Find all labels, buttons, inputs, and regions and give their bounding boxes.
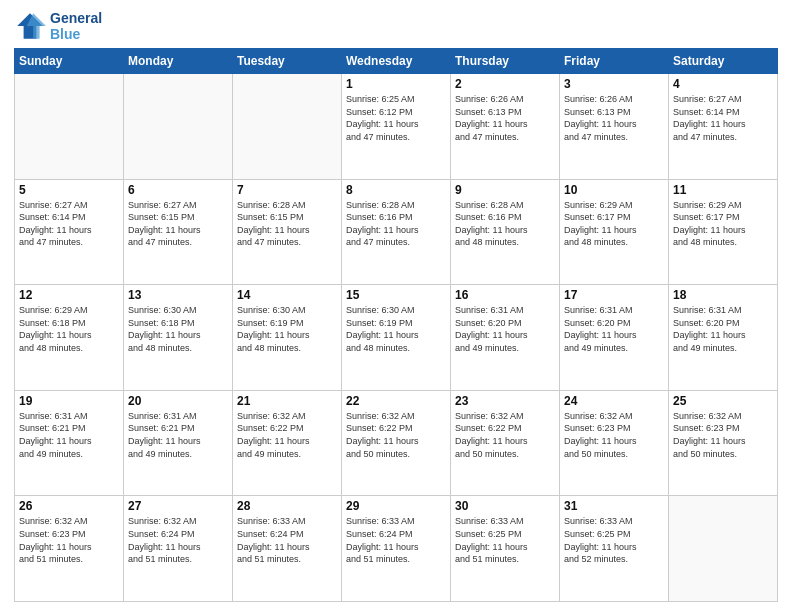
cell-info: Sunrise: 6:33 AM Sunset: 6:24 PM Dayligh… bbox=[346, 515, 446, 565]
cell-info: Sunrise: 6:33 AM Sunset: 6:25 PM Dayligh… bbox=[455, 515, 555, 565]
calendar-cell bbox=[669, 496, 778, 602]
col-wednesday: Wednesday bbox=[342, 49, 451, 74]
cell-info: Sunrise: 6:33 AM Sunset: 6:24 PM Dayligh… bbox=[237, 515, 337, 565]
calendar-cell: 10Sunrise: 6:29 AM Sunset: 6:17 PM Dayli… bbox=[560, 179, 669, 285]
cell-info: Sunrise: 6:29 AM Sunset: 6:17 PM Dayligh… bbox=[673, 199, 773, 249]
cell-info: Sunrise: 6:26 AM Sunset: 6:13 PM Dayligh… bbox=[455, 93, 555, 143]
calendar-cell bbox=[233, 74, 342, 180]
calendar-cell bbox=[124, 74, 233, 180]
day-number: 2 bbox=[455, 77, 555, 91]
cell-info: Sunrise: 6:27 AM Sunset: 6:14 PM Dayligh… bbox=[673, 93, 773, 143]
cell-info: Sunrise: 6:32 AM Sunset: 6:22 PM Dayligh… bbox=[455, 410, 555, 460]
cell-info: Sunrise: 6:32 AM Sunset: 6:23 PM Dayligh… bbox=[673, 410, 773, 460]
calendar-cell: 25Sunrise: 6:32 AM Sunset: 6:23 PM Dayli… bbox=[669, 390, 778, 496]
calendar-cell: 23Sunrise: 6:32 AM Sunset: 6:22 PM Dayli… bbox=[451, 390, 560, 496]
cell-info: Sunrise: 6:31 AM Sunset: 6:21 PM Dayligh… bbox=[128, 410, 228, 460]
cell-info: Sunrise: 6:28 AM Sunset: 6:16 PM Dayligh… bbox=[455, 199, 555, 249]
day-number: 15 bbox=[346, 288, 446, 302]
calendar-week-row: 26Sunrise: 6:32 AM Sunset: 6:23 PM Dayli… bbox=[15, 496, 778, 602]
day-number: 26 bbox=[19, 499, 119, 513]
day-number: 22 bbox=[346, 394, 446, 408]
logo-icon bbox=[14, 10, 46, 42]
calendar-cell: 28Sunrise: 6:33 AM Sunset: 6:24 PM Dayli… bbox=[233, 496, 342, 602]
calendar-cell: 11Sunrise: 6:29 AM Sunset: 6:17 PM Dayli… bbox=[669, 179, 778, 285]
calendar-cell: 17Sunrise: 6:31 AM Sunset: 6:20 PM Dayli… bbox=[560, 285, 669, 391]
cell-info: Sunrise: 6:25 AM Sunset: 6:12 PM Dayligh… bbox=[346, 93, 446, 143]
col-sunday: Sunday bbox=[15, 49, 124, 74]
calendar-cell bbox=[15, 74, 124, 180]
calendar-cell: 14Sunrise: 6:30 AM Sunset: 6:19 PM Dayli… bbox=[233, 285, 342, 391]
day-number: 21 bbox=[237, 394, 337, 408]
day-number: 11 bbox=[673, 183, 773, 197]
calendar-header-row: Sunday Monday Tuesday Wednesday Thursday… bbox=[15, 49, 778, 74]
cell-info: Sunrise: 6:32 AM Sunset: 6:24 PM Dayligh… bbox=[128, 515, 228, 565]
day-number: 14 bbox=[237, 288, 337, 302]
calendar-cell: 18Sunrise: 6:31 AM Sunset: 6:20 PM Dayli… bbox=[669, 285, 778, 391]
day-number: 31 bbox=[564, 499, 664, 513]
calendar-cell: 16Sunrise: 6:31 AM Sunset: 6:20 PM Dayli… bbox=[451, 285, 560, 391]
day-number: 8 bbox=[346, 183, 446, 197]
calendar-week-row: 1Sunrise: 6:25 AM Sunset: 6:12 PM Daylig… bbox=[15, 74, 778, 180]
day-number: 16 bbox=[455, 288, 555, 302]
cell-info: Sunrise: 6:26 AM Sunset: 6:13 PM Dayligh… bbox=[564, 93, 664, 143]
cell-info: Sunrise: 6:29 AM Sunset: 6:17 PM Dayligh… bbox=[564, 199, 664, 249]
cell-info: Sunrise: 6:30 AM Sunset: 6:18 PM Dayligh… bbox=[128, 304, 228, 354]
col-tuesday: Tuesday bbox=[233, 49, 342, 74]
cell-info: Sunrise: 6:33 AM Sunset: 6:25 PM Dayligh… bbox=[564, 515, 664, 565]
cell-info: Sunrise: 6:31 AM Sunset: 6:20 PM Dayligh… bbox=[673, 304, 773, 354]
cell-info: Sunrise: 6:32 AM Sunset: 6:22 PM Dayligh… bbox=[346, 410, 446, 460]
day-number: 19 bbox=[19, 394, 119, 408]
calendar-cell: 13Sunrise: 6:30 AM Sunset: 6:18 PM Dayli… bbox=[124, 285, 233, 391]
day-number: 29 bbox=[346, 499, 446, 513]
day-number: 9 bbox=[455, 183, 555, 197]
cell-info: Sunrise: 6:27 AM Sunset: 6:15 PM Dayligh… bbox=[128, 199, 228, 249]
calendar-cell: 6Sunrise: 6:27 AM Sunset: 6:15 PM Daylig… bbox=[124, 179, 233, 285]
col-thursday: Thursday bbox=[451, 49, 560, 74]
day-number: 18 bbox=[673, 288, 773, 302]
cell-info: Sunrise: 6:32 AM Sunset: 6:22 PM Dayligh… bbox=[237, 410, 337, 460]
calendar-cell: 27Sunrise: 6:32 AM Sunset: 6:24 PM Dayli… bbox=[124, 496, 233, 602]
calendar-cell: 26Sunrise: 6:32 AM Sunset: 6:23 PM Dayli… bbox=[15, 496, 124, 602]
calendar-cell: 19Sunrise: 6:31 AM Sunset: 6:21 PM Dayli… bbox=[15, 390, 124, 496]
col-saturday: Saturday bbox=[669, 49, 778, 74]
day-number: 28 bbox=[237, 499, 337, 513]
calendar-table: Sunday Monday Tuesday Wednesday Thursday… bbox=[14, 48, 778, 602]
day-number: 7 bbox=[237, 183, 337, 197]
cell-info: Sunrise: 6:31 AM Sunset: 6:21 PM Dayligh… bbox=[19, 410, 119, 460]
day-number: 24 bbox=[564, 394, 664, 408]
calendar-cell: 8Sunrise: 6:28 AM Sunset: 6:16 PM Daylig… bbox=[342, 179, 451, 285]
calendar-cell: 4Sunrise: 6:27 AM Sunset: 6:14 PM Daylig… bbox=[669, 74, 778, 180]
cell-info: Sunrise: 6:32 AM Sunset: 6:23 PM Dayligh… bbox=[19, 515, 119, 565]
calendar-cell: 21Sunrise: 6:32 AM Sunset: 6:22 PM Dayli… bbox=[233, 390, 342, 496]
cell-info: Sunrise: 6:28 AM Sunset: 6:15 PM Dayligh… bbox=[237, 199, 337, 249]
day-number: 5 bbox=[19, 183, 119, 197]
cell-info: Sunrise: 6:31 AM Sunset: 6:20 PM Dayligh… bbox=[455, 304, 555, 354]
calendar-cell: 9Sunrise: 6:28 AM Sunset: 6:16 PM Daylig… bbox=[451, 179, 560, 285]
col-monday: Monday bbox=[124, 49, 233, 74]
day-number: 4 bbox=[673, 77, 773, 91]
cell-info: Sunrise: 6:31 AM Sunset: 6:20 PM Dayligh… bbox=[564, 304, 664, 354]
calendar-week-row: 5Sunrise: 6:27 AM Sunset: 6:14 PM Daylig… bbox=[15, 179, 778, 285]
calendar-cell: 30Sunrise: 6:33 AM Sunset: 6:25 PM Dayli… bbox=[451, 496, 560, 602]
calendar-cell: 7Sunrise: 6:28 AM Sunset: 6:15 PM Daylig… bbox=[233, 179, 342, 285]
day-number: 13 bbox=[128, 288, 228, 302]
calendar-cell: 5Sunrise: 6:27 AM Sunset: 6:14 PM Daylig… bbox=[15, 179, 124, 285]
day-number: 10 bbox=[564, 183, 664, 197]
day-number: 1 bbox=[346, 77, 446, 91]
day-number: 6 bbox=[128, 183, 228, 197]
calendar-cell: 2Sunrise: 6:26 AM Sunset: 6:13 PM Daylig… bbox=[451, 74, 560, 180]
calendar-cell: 24Sunrise: 6:32 AM Sunset: 6:23 PM Dayli… bbox=[560, 390, 669, 496]
calendar-cell: 15Sunrise: 6:30 AM Sunset: 6:19 PM Dayli… bbox=[342, 285, 451, 391]
calendar-cell: 29Sunrise: 6:33 AM Sunset: 6:24 PM Dayli… bbox=[342, 496, 451, 602]
cell-info: Sunrise: 6:28 AM Sunset: 6:16 PM Dayligh… bbox=[346, 199, 446, 249]
calendar-cell: 20Sunrise: 6:31 AM Sunset: 6:21 PM Dayli… bbox=[124, 390, 233, 496]
day-number: 27 bbox=[128, 499, 228, 513]
day-number: 25 bbox=[673, 394, 773, 408]
calendar-week-row: 19Sunrise: 6:31 AM Sunset: 6:21 PM Dayli… bbox=[15, 390, 778, 496]
calendar-cell: 22Sunrise: 6:32 AM Sunset: 6:22 PM Dayli… bbox=[342, 390, 451, 496]
logo-text: General Blue bbox=[50, 10, 102, 42]
day-number: 17 bbox=[564, 288, 664, 302]
calendar-cell: 12Sunrise: 6:29 AM Sunset: 6:18 PM Dayli… bbox=[15, 285, 124, 391]
day-number: 3 bbox=[564, 77, 664, 91]
day-number: 30 bbox=[455, 499, 555, 513]
